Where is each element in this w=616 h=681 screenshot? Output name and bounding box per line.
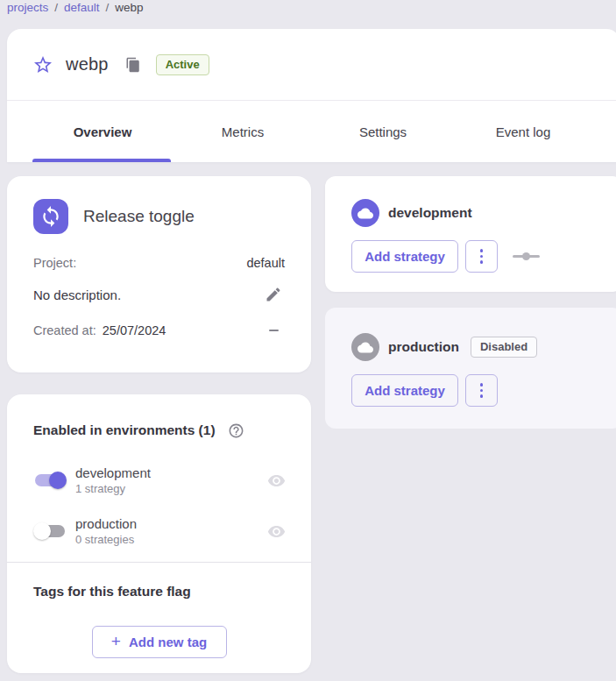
add-strategy-button-development[interactable]: Add strategy — [351, 240, 458, 273]
flag-title-row: webp Active — [7, 29, 616, 100]
tab-label: Event log — [496, 124, 551, 139]
environment-strategy-count: 0 strategies — [75, 533, 137, 546]
add-new-tag-label: Add new tag — [129, 635, 207, 649]
tab-metrics[interactable]: Metrics — [173, 101, 313, 162]
breadcrumb-separator: / — [106, 1, 110, 14]
breadcrumb: projects / default / webp — [7, 1, 144, 14]
favorite-button[interactable] — [32, 53, 54, 76]
tab-bar: Overview Metrics Settings Event log — [32, 101, 616, 162]
minus-icon — [269, 330, 279, 332]
development-panel-actions: Add strategy — [351, 240, 597, 273]
tags-title: Tags for this feature flag — [33, 584, 285, 599]
production-more-options-button[interactable] — [465, 374, 498, 407]
development-more-options-button[interactable] — [465, 240, 498, 273]
eye-icon — [267, 472, 286, 490]
strategy-connector — [513, 252, 540, 261]
toggle-thumb — [33, 522, 51, 540]
development-panel-title: development — [388, 205, 472, 221]
tab-label: Settings — [359, 124, 407, 139]
breadcrumb-current-flag: webp — [115, 1, 143, 14]
kebab-icon — [480, 249, 484, 252]
enabled-environments-section: Enabled in environments (1) development … — [7, 394, 311, 562]
copy-icon — [125, 57, 141, 73]
environments-card: Enabled in environments (1) development … — [7, 394, 311, 673]
tab-label: Metrics — [222, 124, 264, 139]
development-toggle[interactable] — [33, 471, 67, 490]
tab-overview[interactable]: Overview — [32, 101, 173, 162]
cloud-icon — [358, 207, 373, 220]
environment-strategy-count: 1 strategy — [75, 482, 151, 495]
question-circle-icon — [228, 422, 244, 439]
environment-row-development: development 1 strategy — [33, 465, 287, 495]
view-development-button[interactable] — [265, 469, 287, 492]
flag-type-label: Release toggle — [83, 207, 195, 226]
production-panel-header: production Disabled — [351, 333, 597, 361]
feature-flag-page: projects / default / webp webp Active Ov… — [0, 0, 616, 681]
pencil-icon — [265, 286, 282, 303]
breadcrumb-projects[interactable]: projects — [7, 1, 48, 14]
collapse-details-button[interactable] — [262, 319, 285, 342]
production-toggle[interactable] — [33, 521, 67, 541]
project-label: Project: — [33, 256, 76, 270]
flag-type-row: Release toggle — [33, 199, 285, 234]
created-at-value: 25/07/2024 — [103, 323, 166, 337]
development-environment-panel: development Add strategy — [325, 176, 616, 292]
breadcrumb-separator: / — [54, 1, 58, 14]
view-production-button[interactable] — [265, 520, 287, 543]
created-at-label: Created at: — [33, 323, 96, 337]
tab-event-log[interactable]: Event log — [453, 101, 593, 162]
page-title: webp — [66, 54, 109, 74]
production-environment-panel: production Disabled Add strategy — [325, 308, 616, 429]
breadcrumb-project-default[interactable]: default — [64, 1, 100, 14]
help-button[interactable] — [225, 419, 248, 442]
development-environment-icon — [351, 199, 379, 227]
kebab-icon — [480, 383, 484, 387]
add-strategy-label: Add strategy — [365, 249, 445, 264]
status-badge: Active — [156, 54, 209, 75]
flag-details-card: Release toggle Project: default No descr… — [7, 176, 311, 372]
plus-icon: + — [111, 633, 121, 649]
project-value: default — [246, 256, 285, 270]
environment-row-production: production 0 strategies — [33, 516, 287, 546]
cloud-icon — [358, 341, 373, 354]
add-strategy-button-production[interactable]: Add strategy — [351, 374, 458, 407]
production-environment-icon — [351, 333, 379, 361]
environment-name: production — [75, 516, 137, 531]
add-new-tag-button[interactable]: + Add new tag — [92, 626, 227, 658]
created-at-row: Created at: 25/07/2024 — [33, 319, 285, 342]
edit-description-button[interactable] — [262, 283, 285, 306]
active-tab-indicator — [32, 159, 171, 162]
tab-settings[interactable]: Settings — [313, 101, 453, 162]
add-strategy-label: Add strategy — [365, 383, 445, 398]
enabled-environments-title: Enabled in environments (1) — [33, 422, 216, 438]
production-panel-actions: Add strategy — [351, 374, 597, 407]
project-row: Project: default — [33, 256, 285, 270]
description-text: No description. — [33, 287, 121, 302]
disabled-badge: Disabled — [471, 337, 537, 358]
production-panel-title: production — [388, 339, 459, 355]
description-row: No description. — [33, 283, 285, 306]
loop-arrows-icon — [39, 205, 62, 228]
development-panel-header: development — [351, 199, 597, 227]
release-toggle-icon — [33, 199, 68, 234]
tags-section: Tags for this feature flag + Add new tag — [7, 562, 311, 679]
star-outline-icon — [32, 54, 53, 75]
tab-label: Overview — [74, 124, 132, 139]
copy-name-button[interactable] — [124, 55, 143, 74]
eye-icon — [267, 522, 286, 541]
flag-header-card: webp Active Overview Metrics Settings Ev… — [7, 29, 616, 162]
toggle-thumb — [49, 472, 67, 489]
environment-name: development — [75, 465, 151, 480]
